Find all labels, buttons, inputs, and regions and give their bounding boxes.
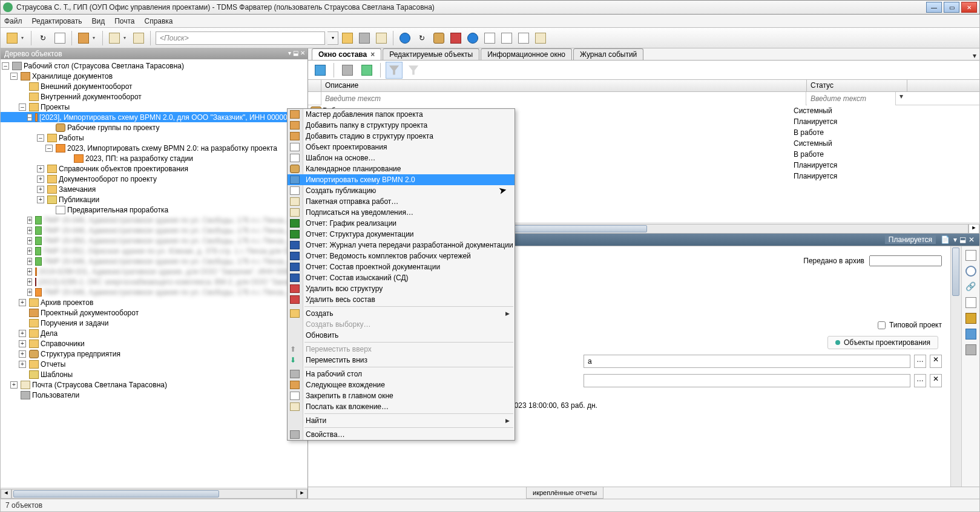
tree-item-blurred[interactable]: ПМР 20-046, Административное здание по у…: [44, 288, 307, 297]
tree-item-blurred[interactable]: ПМР 20-050, Административное здание по у…: [44, 237, 307, 245]
col-status[interactable]: Статус: [807, 80, 907, 91]
ctx-report-2[interactable]: Отчет: Структура документации: [288, 229, 515, 240]
globe-button[interactable]: [397, 30, 413, 46]
field-1[interactable]: [584, 355, 910, 368]
ctx-create-pub[interactable]: Создать публикацию: [288, 185, 515, 196]
close-button[interactable]: ✕: [961, 2, 977, 13]
expander-icon[interactable]: +: [10, 381, 18, 389]
tree-item[interactable]: Почта (Страусова Светлана Тарасовна): [32, 381, 167, 389]
ctx-refresh[interactable]: Обновить: [288, 330, 515, 341]
tree-item[interactable]: Проектный документооборот: [41, 309, 139, 317]
expander-icon[interactable]: –: [27, 114, 32, 121]
tree-item[interactable]: Справочники: [41, 340, 85, 348]
expander-icon[interactable]: +: [19, 340, 26, 347]
mail-compose-button[interactable]: [107, 30, 122, 46]
tab-info[interactable]: Информационное окно: [481, 48, 572, 60]
tree-item[interactable]: Внешний документооборот: [41, 82, 133, 91]
maximize-button[interactable]: ▭: [944, 2, 959, 13]
panel-close-icon[interactable]: ✕: [968, 235, 975, 244]
tree-item-blurred[interactable]: ПМР 20-046, Административное здание по у…: [44, 257, 307, 266]
side-view-icon[interactable]: [965, 329, 976, 340]
calendar-button[interactable]: [516, 30, 531, 46]
add-dropdown[interactable]: ▾: [93, 35, 99, 41]
mail-dropdown[interactable]: ▾: [123, 35, 130, 41]
panel-pin-icon[interactable]: ⬓: [959, 235, 966, 244]
clear-button[interactable]: ✕: [930, 374, 942, 387]
expander-icon[interactable]: –: [19, 103, 26, 111]
outbox-button[interactable]: [533, 30, 548, 46]
tree-item[interactable]: Публикации: [59, 195, 99, 204]
side-search-icon[interactable]: [965, 266, 976, 277]
ctx-subscribe[interactable]: Подписаться на уведомления…: [288, 207, 515, 218]
ctx-template[interactable]: Шаблон на основе…: [288, 153, 515, 163]
tree-item[interactable]: Документооборот по проекту: [59, 175, 157, 183]
tree-item[interactable]: Шаблоны: [41, 370, 73, 379]
new-window-button[interactable]: [52, 30, 68, 46]
add-button[interactable]: [76, 30, 91, 46]
tree-item[interactable]: Пользователи: [32, 391, 79, 399]
picker-button[interactable]: …: [914, 374, 926, 387]
tree-item-desktop[interactable]: Рабочий стол (Страусова Светлана Тарасов…: [24, 62, 184, 70]
tree-item-blurred[interactable]: ПМР 20-046, Административное здание по у…: [44, 216, 307, 225]
col-desc[interactable]: Описание: [321, 80, 807, 91]
tree-item[interactable]: Структура предприятия: [41, 350, 120, 358]
search-dropdown[interactable]: ▾: [327, 31, 338, 45]
filter-status-input[interactable]: [807, 92, 895, 105]
typical-project-checkbox[interactable]: [878, 321, 886, 329]
object-tree[interactable]: –Рабочий стол (Страусова Светлана Тарасо…: [1, 59, 307, 488]
field-2[interactable]: [584, 374, 910, 387]
picker-button[interactable]: …: [914, 355, 926, 368]
side-edit-icon[interactable]: [965, 313, 976, 324]
tree-item-blurred[interactable]: ПМР 20-048, Административное здание по у…: [44, 226, 307, 235]
mail-send-button[interactable]: [131, 30, 146, 46]
home-button[interactable]: [312, 62, 329, 79]
expander-icon[interactable]: +: [37, 165, 44, 172]
expander-icon[interactable]: –: [10, 73, 18, 80]
tree-item[interactable]: Дела: [41, 329, 58, 338]
archive-date-input[interactable]: [869, 255, 942, 266]
ctx-find[interactable]: Найти▶: [288, 415, 515, 426]
find-mail-button[interactable]: [373, 30, 389, 46]
expander-icon[interactable]: +: [19, 361, 26, 368]
tree-item[interactable]: Внутренний документооборот: [41, 93, 142, 101]
find-in-folder-button[interactable]: [340, 30, 355, 46]
ctx-delete-content[interactable]: Удалить весь состав: [288, 294, 515, 305]
expander-icon[interactable]: +: [19, 350, 26, 358]
tree-item-projects[interactable]: Проекты: [41, 103, 70, 111]
tab-composition[interactable]: Окно состава×: [312, 48, 381, 60]
ctx-create[interactable]: Создать▶: [288, 308, 515, 319]
tab-close-icon[interactable]: ×: [370, 50, 375, 59]
expander-icon[interactable]: –: [37, 134, 44, 142]
tree-item[interactable]: Поручения и задачи: [41, 319, 109, 327]
ctx-report-1[interactable]: Отчет: График реализации: [288, 218, 515, 229]
ctx-report-6[interactable]: Отчет: Состав изысканий (СД): [288, 272, 515, 283]
tab-log[interactable]: Журнал событий: [573, 48, 643, 60]
menu-edit[interactable]: Редактировать: [32, 17, 82, 25]
expander-icon[interactable]: +: [37, 176, 44, 183]
expander-icon[interactable]: –: [2, 62, 9, 70]
expander-icon[interactable]: +: [37, 196, 44, 203]
minimize-button[interactable]: —: [926, 2, 942, 13]
ctx-report-5[interactable]: Отчет: Состав проектной документации: [288, 261, 515, 272]
ctx-report-3[interactable]: Отчет: Журнал учета передачи разработанн…: [288, 240, 515, 251]
ctx-delete-struct[interactable]: Удалить всю структуру: [288, 283, 515, 294]
ctx-add-stage[interactable]: Добавить стадию в структуру проекта: [288, 131, 515, 142]
expander-icon[interactable]: –: [45, 145, 53, 152]
detail-doc-icon[interactable]: 📄: [941, 235, 950, 244]
side-list-icon[interactable]: [965, 297, 976, 308]
tree-h-scrollbar[interactable]: ◄►: [1, 488, 307, 499]
filter-clear-button[interactable]: [405, 62, 422, 79]
filter-button[interactable]: [386, 62, 403, 79]
ctx-add-folder[interactable]: Добавить папку в структуру проекта: [288, 120, 515, 131]
menu-mail[interactable]: Почта: [114, 17, 134, 25]
ctx-report-4[interactable]: Отчет: Ведомость комплектов рабочих черт…: [288, 251, 515, 261]
phone-button[interactable]: [482, 30, 498, 46]
tree-item[interactable]: 2023, ПП: на разработку стадии: [85, 154, 193, 163]
panel-pin-icon[interactable]: ▾ ⬓ ✕: [288, 50, 305, 56]
tree-item[interactable]: Предварительная проработка: [67, 206, 168, 214]
doc-button[interactable]: [499, 30, 515, 46]
tree-item-blurred[interactable]: 2019-0299-031, Административное здание, …: [39, 267, 307, 276]
find-user-button[interactable]: [357, 30, 372, 46]
form-v-scrollbar[interactable]: [950, 246, 961, 487]
menu-help[interactable]: Справка: [144, 17, 173, 25]
